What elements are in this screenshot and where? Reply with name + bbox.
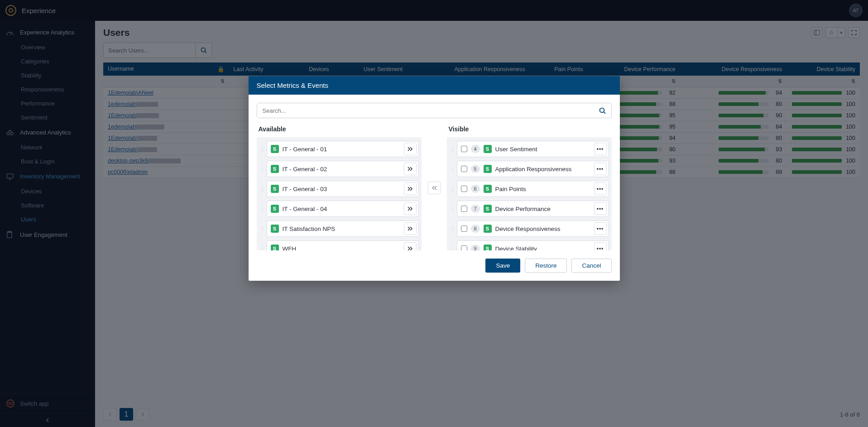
move-right-button[interactable] — [404, 163, 417, 175]
item-checkbox[interactable] — [461, 186, 467, 192]
svg-line-13 — [604, 112, 605, 114]
list-item: ⋮⋮7SDevice Performance••• — [451, 201, 609, 217]
drag-handle-icon[interactable]: ⋮⋮ — [451, 246, 454, 251]
move-right-button[interactable] — [404, 143, 417, 155]
item-checkbox[interactable] — [461, 225, 467, 232]
item-label: User Sentiment — [495, 146, 590, 153]
item-label: Device Responsiveness — [495, 225, 590, 232]
modal-search-box — [257, 103, 612, 118]
score-type-badge: S — [271, 165, 279, 173]
search-icon — [599, 107, 606, 114]
order-badge: 4 — [471, 145, 480, 153]
item-label: WFH — [283, 245, 400, 251]
drag-handle-icon[interactable]: ⋮⋮ — [260, 206, 264, 211]
order-badge: 9 — [471, 245, 480, 250]
item-label: Device Performance — [495, 206, 590, 212]
move-right-button[interactable] — [404, 222, 417, 235]
score-type-badge: S — [271, 205, 279, 213]
save-button[interactable]: Save — [485, 259, 520, 273]
drag-handle-icon[interactable]: ⋮⋮ — [260, 167, 264, 172]
move-all-left-button[interactable] — [428, 182, 441, 194]
item-more-button[interactable]: ••• — [594, 182, 607, 195]
drag-handle-icon[interactable]: ⋮⋮ — [260, 187, 264, 192]
move-right-button[interactable] — [404, 182, 417, 195]
item-checkbox[interactable] — [461, 166, 467, 172]
visible-heading: Visible — [447, 125, 612, 133]
drag-handle-icon[interactable]: ⋮⋮ — [451, 147, 454, 152]
item-label: IT - General - 03 — [283, 186, 400, 192]
list-item: ⋮⋮SIT - General - 04 — [260, 201, 419, 217]
item-label: IT - General - 04 — [283, 206, 400, 212]
modal-search-button[interactable] — [594, 103, 611, 118]
visible-list: ⋮⋮4SUser Sentiment•••⋮⋮5SApplication Res… — [447, 137, 612, 250]
modal-title: Select Metrics & Events — [249, 76, 620, 95]
order-badge: 5 — [471, 165, 480, 173]
score-type-badge: S — [271, 145, 279, 153]
score-type-badge: S — [484, 245, 492, 250]
list-item: ⋮⋮5SApplication Responsiveness••• — [451, 161, 609, 177]
cancel-button[interactable]: Cancel — [571, 259, 611, 273]
double-chevron-left-icon — [432, 186, 437, 190]
item-label: Application Responsiveness — [495, 166, 590, 173]
order-badge: 6 — [471, 185, 480, 193]
restore-button[interactable]: Restore — [525, 259, 567, 273]
list-item: ⋮⋮8SDevice Responsiveness••• — [451, 221, 609, 237]
drag-handle-icon[interactable]: ⋮⋮ — [451, 187, 454, 192]
drag-handle-icon[interactable]: ⋮⋮ — [451, 226, 454, 231]
list-item: ⋮⋮6SPain Points••• — [451, 181, 609, 197]
score-type-badge: S — [484, 225, 492, 233]
score-type-badge: S — [271, 225, 279, 233]
item-label: IT - General - 02 — [283, 166, 400, 173]
available-heading: Available — [257, 125, 422, 133]
score-type-badge: S — [271, 185, 279, 193]
order-badge: 7 — [471, 205, 480, 213]
move-right-button[interactable] — [404, 202, 417, 215]
available-list: ⋮⋮SIT - General - 01⋮⋮SIT - General - 02… — [257, 137, 422, 250]
list-item: ⋮⋮9SDevice Stability••• — [451, 240, 609, 250]
item-more-button[interactable]: ••• — [594, 242, 607, 250]
modal-search-input[interactable] — [257, 103, 594, 118]
item-more-button[interactable]: ••• — [594, 222, 607, 235]
move-right-button[interactable] — [404, 242, 417, 250]
svg-point-12 — [600, 108, 604, 112]
item-checkbox[interactable] — [461, 206, 467, 212]
list-item: ⋮⋮SIT - General - 02 — [260, 161, 419, 177]
item-label: Pain Points — [495, 186, 590, 192]
score-type-badge: S — [484, 165, 492, 173]
item-label: Device Stability — [495, 245, 590, 251]
score-type-badge: S — [484, 205, 492, 213]
item-more-button[interactable]: ••• — [594, 143, 607, 155]
list-item: ⋮⋮4SUser Sentiment••• — [451, 141, 609, 157]
item-checkbox[interactable] — [461, 146, 467, 152]
score-type-badge: S — [271, 245, 279, 250]
drag-handle-icon[interactable]: ⋮⋮ — [451, 167, 454, 172]
item-more-button[interactable]: ••• — [594, 163, 607, 175]
list-item: ⋮⋮SIT - General - 01 — [260, 141, 419, 157]
modal-overlay[interactable]: Select Metrics & Events Available ⋮⋮SIT … — [0, 0, 868, 427]
list-item: ⋮⋮SIT - General - 03 — [260, 181, 419, 197]
item-label: IT - General - 01 — [283, 146, 400, 153]
drag-handle-icon[interactable]: ⋮⋮ — [260, 147, 264, 152]
list-item: ⋮⋮SWFH — [260, 240, 419, 250]
select-metrics-modal: Select Metrics & Events Available ⋮⋮SIT … — [249, 76, 620, 281]
item-label: IT Satisfaction NPS — [283, 225, 400, 232]
drag-handle-icon[interactable]: ⋮⋮ — [260, 246, 264, 251]
score-type-badge: S — [484, 185, 492, 193]
item-checkbox[interactable] — [461, 245, 467, 250]
list-item: ⋮⋮SIT Satisfaction NPS — [260, 221, 419, 237]
order-badge: 8 — [471, 225, 480, 233]
drag-handle-icon[interactable]: ⋮⋮ — [260, 226, 264, 231]
score-type-badge: S — [484, 145, 492, 153]
drag-handle-icon[interactable]: ⋮⋮ — [451, 206, 454, 211]
item-more-button[interactable]: ••• — [594, 202, 607, 215]
